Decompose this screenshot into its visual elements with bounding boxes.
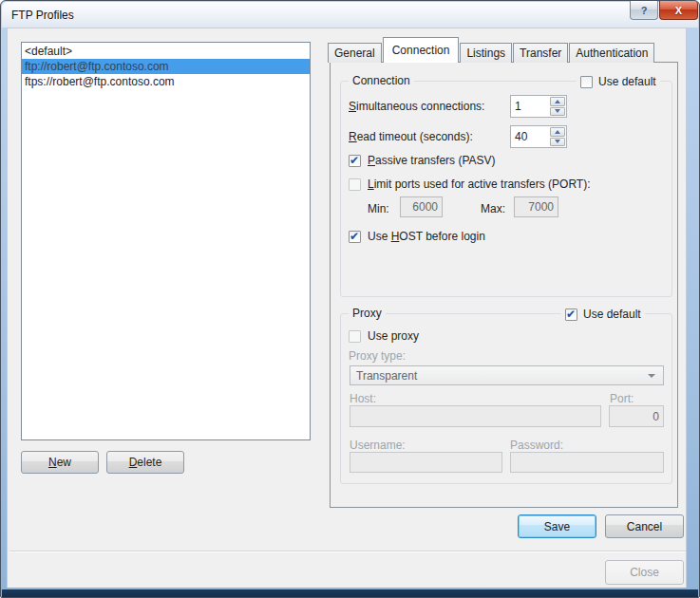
read-timeout-spin-down-button[interactable] <box>550 138 565 147</box>
tab-authentication[interactable]: Authentication <box>569 43 654 63</box>
connection-use-default[interactable]: Use default <box>577 75 660 88</box>
cancel-button-label: Cancel <box>627 520 662 533</box>
proxy-type-label: Proxy type: <box>349 349 406 363</box>
proxy-password-label: Password: <box>510 439 563 452</box>
save-button[interactable]: Save <box>518 514 596 538</box>
connection-group: Connection Use default Simultaneous conn… <box>340 81 672 297</box>
close-icon: X <box>675 5 682 16</box>
use-proxy-checkbox <box>349 330 361 343</box>
use-host-label: Use HOST before login <box>368 230 485 243</box>
bottom-separator <box>9 551 686 552</box>
connection-use-default-checkbox[interactable] <box>580 76 593 88</box>
window-close-button[interactable]: X <box>659 1 698 20</box>
help-icon: ? <box>641 5 648 16</box>
delete-button[interactable]: Delete <box>106 451 184 474</box>
proxy-port-input <box>609 405 664 427</box>
passive-transfers-row: Passive transfers (PASV) <box>349 154 496 167</box>
ftp-profiles-dialog: FTP Profiles ? X <default> ftp://robert@… <box>0 0 700 598</box>
read-timeout-spin-up-button[interactable] <box>550 127 565 137</box>
proxy-type-value: Transparent <box>356 369 417 383</box>
connection-use-default-label: Use default <box>598 75 656 88</box>
profile-listbox: <default> ftp://robert@ftp.contoso.com f… <box>21 42 311 440</box>
delete-button-label: Delete <box>129 456 162 469</box>
passive-transfers-label: Passive transfers (PASV) <box>368 154 496 167</box>
help-button[interactable]: ? <box>630 1 658 20</box>
connection-group-legend: Connection <box>349 74 414 87</box>
simultaneous-connections-input[interactable] <box>511 96 549 117</box>
tab-connection[interactable]: Connection <box>383 37 460 63</box>
proxy-port-label: Port: <box>610 392 634 405</box>
tab-transfer[interactable]: Transfer <box>513 43 568 63</box>
max-port-label: Max: <box>481 202 505 215</box>
titlebar[interactable]: FTP Profiles <box>2 2 698 28</box>
new-button-label: New <box>48 456 71 469</box>
simultaneous-connections-spinner <box>510 95 567 118</box>
proxy-password-input <box>510 452 664 473</box>
max-port-input <box>514 196 558 217</box>
list-item-default[interactable]: <default> <box>22 44 310 59</box>
limit-ports-checkbox <box>349 178 361 191</box>
cancel-button[interactable]: Cancel <box>605 514 684 538</box>
limit-ports-row: Limit ports used for active transfers (P… <box>349 178 591 191</box>
passive-transfers-checkbox[interactable] <box>349 155 361 167</box>
proxy-group: Proxy Use default Use proxy Proxy type: … <box>340 313 672 484</box>
simultaneous-spin-up-button[interactable] <box>550 97 565 106</box>
proxy-host-label: Host: <box>350 392 376 405</box>
read-timeout-spinner <box>510 125 567 148</box>
connection-tab-panel: Connection Use default Simultaneous conn… <box>330 62 678 508</box>
read-timeout-label: Read timeout (seconds): <box>349 130 473 143</box>
dialog-client-area: <default> ftp://robert@ftp.contoso.com f… <box>7 28 687 589</box>
min-port-label: Min: <box>368 202 389 215</box>
tab-listings[interactable]: Listings <box>460 43 512 63</box>
close-button: Close <box>605 560 684 585</box>
proxy-group-legend: Proxy <box>349 307 386 320</box>
list-item-ftp[interactable]: ftp://robert@ftp.contoso.com <box>22 59 310 74</box>
limit-ports-label: Limit ports used for active transfers (P… <box>368 178 591 191</box>
tab-general[interactable]: General <box>328 43 382 63</box>
proxy-type-dropdown: Transparent <box>350 365 664 385</box>
window-title: FTP Profiles <box>11 9 74 22</box>
read-timeout-input[interactable] <box>511 126 549 147</box>
tab-strip: General Connection Listings Transfer Aut… <box>328 37 655 63</box>
window-bottom-border <box>2 588 698 597</box>
use-proxy-row: Use proxy <box>349 329 419 343</box>
use-host-checkbox[interactable] <box>349 231 361 243</box>
new-button[interactable]: New <box>21 451 99 474</box>
use-proxy-label: Use proxy <box>368 329 419 343</box>
arrow-up-icon <box>555 130 560 134</box>
simultaneous-connections-label: Simultaneous connections: <box>349 100 484 113</box>
close-button-label: Close <box>630 566 659 579</box>
use-host-row: Use HOST before login <box>349 230 485 243</box>
arrow-up-icon <box>555 100 560 103</box>
arrow-down-icon <box>555 140 560 143</box>
simultaneous-spin-down-button[interactable] <box>550 107 565 117</box>
proxy-use-default-checkbox[interactable] <box>565 308 577 321</box>
proxy-username-label: Username: <box>350 439 406 452</box>
proxy-host-input <box>350 405 601 427</box>
list-item-ftps[interactable]: ftps://robert@ftp.contoso.com <box>22 74 310 89</box>
proxy-use-default[interactable]: Use default <box>561 308 645 321</box>
save-button-label: Save <box>544 520 570 533</box>
proxy-use-default-label: Use default <box>583 308 641 321</box>
min-port-input <box>400 196 443 217</box>
arrow-down-icon <box>555 109 560 113</box>
proxy-username-input <box>350 452 502 473</box>
